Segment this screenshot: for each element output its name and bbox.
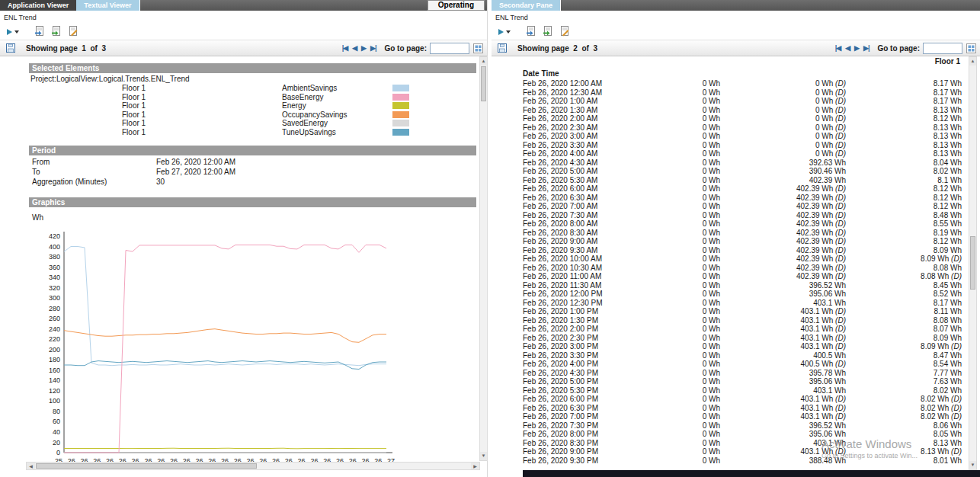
export-table-icon[interactable] xyxy=(473,43,483,53)
prev-page-button[interactable]: ◀ xyxy=(350,44,359,52)
legend-item[interactable]: Floor 1 BaseEnergy xyxy=(26,93,480,102)
table-row[interactable]: Feb 26, 2020 9:30 PM 0 Wh 388.48 Wh 8.01… xyxy=(518,456,968,466)
run-options-chevron-icon[interactable] xyxy=(506,30,511,34)
table-row[interactable]: Feb 26, 2020 6:30 AM 0 Wh 402.39 Wh (D) … xyxy=(518,194,968,203)
prev-page-button[interactable]: ◀ xyxy=(843,44,852,52)
table-row[interactable]: Feb 26, 2020 12:00 PM 0 Wh 395.06 Wh 8.5… xyxy=(518,290,968,299)
table-row[interactable]: Feb 26, 2020 10:30 AM 0 Wh 402.39 Wh (D)… xyxy=(518,264,968,273)
cell-value-2: 402.39 Wh (D) xyxy=(720,194,846,203)
right-vscroll-thumb[interactable] xyxy=(970,236,975,290)
legend-item[interactable]: Floor 1 AmbientSavings xyxy=(26,84,480,93)
operating-button[interactable]: Operating xyxy=(428,0,485,11)
left-hscroll-thumb[interactable] xyxy=(36,463,257,469)
table-row[interactable]: Feb 26, 2020 8:30 AM 0 Wh 402.39 Wh (D) … xyxy=(518,229,968,238)
export-document-icon[interactable] xyxy=(524,26,537,38)
cell-value-1: 0 Wh xyxy=(648,158,720,168)
legend-item[interactable]: Floor 1 Energy xyxy=(26,101,480,110)
table-row[interactable]: Feb 26, 2020 11:30 AM 0 Wh 396.52 Wh 8.4… xyxy=(518,281,968,290)
tab-textual-viewer[interactable]: Textual Viewer xyxy=(76,0,139,11)
scroll-up-icon[interactable]: ▲ xyxy=(969,57,976,66)
print-document-icon[interactable] xyxy=(66,26,79,38)
export-document-icon[interactable] xyxy=(33,26,46,38)
table-row[interactable]: Feb 26, 2020 7:30 AM 0 Wh 402.39 Wh (D) … xyxy=(518,211,968,220)
table-row[interactable]: Feb 26, 2020 3:30 PM 0 Wh 400.5 Wh 8.47 … xyxy=(518,351,968,360)
first-page-button[interactable]: |◀ xyxy=(340,44,350,52)
run-options-chevron-icon[interactable] xyxy=(14,30,19,34)
table-row[interactable]: Feb 26, 2020 6:00 AM 0 Wh 402.39 Wh (D) … xyxy=(518,184,968,194)
import-document-icon[interactable] xyxy=(50,26,62,38)
table-row[interactable]: Feb 26, 2020 3:00 PM 0 Wh 403.1 Wh (D) 8… xyxy=(518,342,968,351)
legend-item[interactable]: Floor 1 TuneUpSavings xyxy=(26,128,480,137)
next-page-button[interactable]: ▶ xyxy=(852,44,861,52)
tab-application-viewer[interactable]: Application Viewer xyxy=(0,0,76,11)
left-horizontal-scrollbar[interactable]: ◀ ▶ xyxy=(26,462,480,470)
print-document-icon[interactable] xyxy=(558,26,571,38)
table-row[interactable]: Feb 26, 2020 8:30 PM 0 Wh 403.1 Wh 8.13 … xyxy=(518,439,968,448)
next-page-button[interactable]: ▶ xyxy=(359,44,368,52)
table-row[interactable]: Feb 26, 2020 2:30 AM 0 Wh 0 Wh (D) 8.13 … xyxy=(518,123,968,133)
table-row[interactable]: Feb 26, 2020 5:30 AM 0 Wh 402.39 Wh 8.1 … xyxy=(518,176,968,185)
left-vscroll-thumb[interactable] xyxy=(481,66,486,101)
cell-datetime: Feb 26, 2020 9:30 AM xyxy=(518,246,648,255)
scroll-down-icon[interactable]: ▼ xyxy=(480,452,487,460)
table-row[interactable]: Feb 26, 2020 5:30 PM 0 Wh 403.1 Wh 8.02 … xyxy=(518,386,968,395)
first-page-button[interactable]: |◀ xyxy=(833,44,843,52)
svg-text:40: 40 xyxy=(53,428,60,436)
tab-secondary-pane[interactable]: Secondary Pane xyxy=(492,0,561,11)
svg-text:200: 200 xyxy=(49,346,60,354)
table-row[interactable]: Feb 26, 2020 7:00 PM 0 Wh 403.1 Wh (D) 8… xyxy=(518,412,968,421)
import-document-icon[interactable] xyxy=(541,26,554,38)
run-icon[interactable] xyxy=(497,28,511,36)
scroll-down-icon[interactable]: ▼ xyxy=(969,461,976,469)
table-row[interactable]: Feb 26, 2020 12:00 AM 0 Wh 0 Wh (D) 8.17… xyxy=(518,79,968,88)
table-row[interactable]: Feb 26, 2020 4:00 PM 0 Wh 400.5 Wh (D) 8… xyxy=(518,360,968,369)
save-icon[interactable] xyxy=(6,43,15,53)
scroll-right-icon[interactable]: ▶ xyxy=(471,463,479,469)
table-row[interactable]: Feb 26, 2020 6:30 PM 0 Wh 403.1 Wh (D) 8… xyxy=(518,404,968,413)
table-row[interactable]: Feb 26, 2020 9:00 AM 0 Wh 402.39 Wh (D) … xyxy=(518,237,968,246)
last-page-button[interactable]: ▶| xyxy=(368,44,378,52)
table-row[interactable]: Feb 26, 2020 1:30 PM 0 Wh 403.1 Wh (D) 8… xyxy=(518,316,968,325)
export-table-icon[interactable] xyxy=(966,43,976,53)
goto-page-input[interactable] xyxy=(430,43,469,54)
table-row[interactable]: Feb 26, 2020 9:00 PM 0 Wh 403.1 Wh (D) 8… xyxy=(518,447,968,456)
svg-text:120: 120 xyxy=(49,387,60,395)
svg-text:140: 140 xyxy=(49,376,60,384)
table-row[interactable]: Feb 26, 2020 7:00 AM 0 Wh 402.39 Wh (D) … xyxy=(518,202,968,211)
cell-datetime: Feb 26, 2020 1:00 AM xyxy=(518,97,648,106)
table-row[interactable]: Feb 26, 2020 4:30 PM 0 Wh 395.78 Wh 7.77… xyxy=(518,369,968,378)
table-row[interactable]: Feb 26, 2020 4:30 AM 0 Wh 392.63 Wh 8.04… xyxy=(518,158,968,168)
table-row[interactable]: Feb 26, 2020 11:00 AM 0 Wh 402.39 Wh (D)… xyxy=(518,272,968,281)
table-row[interactable]: Feb 26, 2020 2:00 PM 0 Wh 403.1 Wh (D) 8… xyxy=(518,325,968,334)
table-row[interactable]: Feb 26, 2020 3:00 AM 0 Wh 0 Wh (D) 8.13 … xyxy=(518,132,968,141)
table-row[interactable]: Feb 26, 2020 8:00 PM 0 Wh 395.06 Wh 8.05… xyxy=(518,430,968,439)
run-icon[interactable] xyxy=(5,28,19,36)
last-page-button[interactable]: ▶| xyxy=(861,44,871,52)
table-row[interactable]: Feb 26, 2020 2:30 PM 0 Wh 403.1 Wh (D) 8… xyxy=(518,334,968,343)
table-row[interactable]: Feb 26, 2020 2:00 AM 0 Wh 0 Wh (D) 8.12 … xyxy=(518,114,968,123)
table-row[interactable]: Feb 26, 2020 1:00 PM 0 Wh 403.1 Wh (D) 8… xyxy=(518,307,968,316)
legend-item[interactable]: Floor 1 OccupancySavings xyxy=(26,110,480,120)
table-row[interactable]: Feb 26, 2020 12:30 PM 0 Wh 403.1 Wh 8.17… xyxy=(518,299,968,308)
cell-value-3: 8.06 Wh xyxy=(846,421,962,431)
period-row: Aggregation (Minutes) 30 xyxy=(26,177,480,187)
table-row[interactable]: Feb 26, 2020 7:30 PM 0 Wh 396.52 Wh 8.06… xyxy=(518,421,968,431)
right-vertical-scrollbar[interactable]: ▲ ▼ xyxy=(969,56,977,470)
table-row[interactable]: Feb 26, 2020 8:00 AM 0 Wh 402.39 Wh (D) … xyxy=(518,219,968,229)
table-row[interactable]: Feb 26, 2020 12:30 AM 0 Wh 0 Wh (D) 8.17… xyxy=(518,88,968,98)
table-row[interactable]: Feb 26, 2020 6:00 PM 0 Wh 403.1 Wh (D) 8… xyxy=(518,395,968,404)
table-row[interactable]: Feb 26, 2020 10:00 AM 0 Wh 402.39 Wh (D)… xyxy=(518,255,968,264)
left-vertical-scrollbar[interactable]: ▲ ▼ xyxy=(479,56,488,461)
table-row[interactable]: Feb 26, 2020 9:30 AM 0 Wh 402.39 Wh (D) … xyxy=(518,246,968,255)
table-row[interactable]: Feb 26, 2020 4:00 AM 0 Wh 0 Wh (D) 8.13 … xyxy=(518,149,968,158)
table-row[interactable]: Feb 26, 2020 5:00 AM 0 Wh 390.46 Wh 8.02… xyxy=(518,167,968,176)
table-row[interactable]: Feb 26, 2020 5:00 PM 0 Wh 395.06 Wh 7.63… xyxy=(518,377,968,386)
table-row[interactable]: Feb 26, 2020 1:30 AM 0 Wh 0 Wh (D) 8.13 … xyxy=(518,106,968,115)
table-row[interactable]: Feb 26, 2020 3:30 AM 0 Wh 0 Wh (D) 8.13 … xyxy=(518,141,968,150)
scroll-up-icon[interactable]: ▲ xyxy=(480,57,487,66)
legend-item[interactable]: Floor 1 SavedEnergy xyxy=(26,119,480,128)
save-icon[interactable] xyxy=(498,43,507,53)
scroll-left-icon[interactable]: ◀ xyxy=(27,463,35,469)
goto-page-input[interactable] xyxy=(923,43,962,54)
table-row[interactable]: Feb 26, 2020 1:00 AM 0 Wh 0 Wh (D) 8.17 … xyxy=(518,97,968,106)
